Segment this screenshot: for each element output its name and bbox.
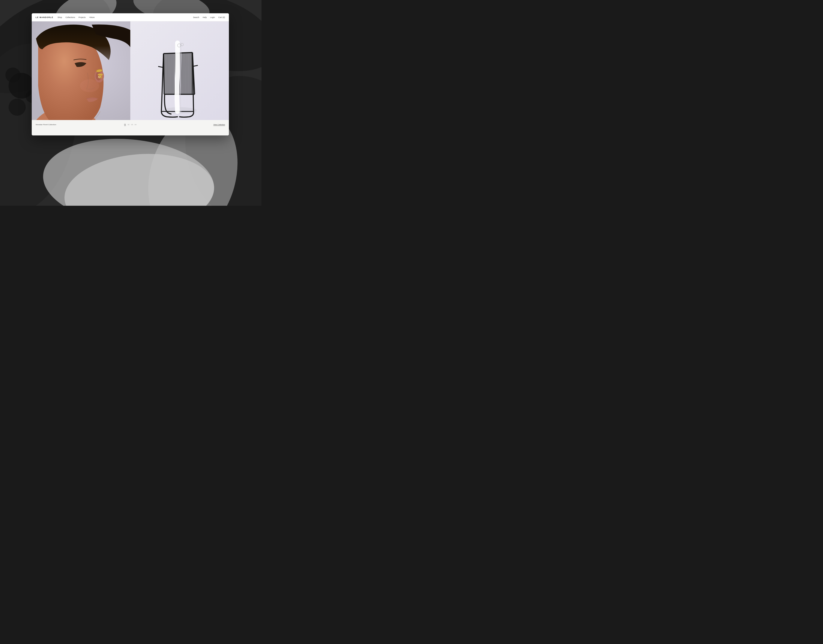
- hero-section: [32, 21, 229, 120]
- slide-indicator-3[interactable]: 03: [131, 124, 133, 126]
- hero-image-left: [32, 21, 130, 120]
- svg-point-24: [98, 77, 100, 78]
- footer-space: [32, 129, 229, 135]
- brand-logo: LE MANDORLE: [35, 16, 54, 18]
- bottom-bar: Venutian Floret Collection 01 02 03 04 V…: [32, 120, 229, 129]
- slide-indicator-4[interactable]: 04: [135, 124, 136, 126]
- login-link[interactable]: Login: [210, 16, 215, 18]
- slide-indicators: 01 02 03 04: [124, 123, 136, 126]
- svg-point-22: [98, 74, 103, 76]
- slide-indicator-2[interactable]: 02: [128, 124, 129, 126]
- hero-image-right: [130, 21, 229, 120]
- navbar-left: LE MANDORLE Shop Collections Projects +M…: [35, 16, 95, 18]
- svg-point-26: [100, 77, 100, 78]
- collection-title: Venutian Floret Collection: [35, 124, 56, 126]
- view-collection-link[interactable]: View Collection: [213, 124, 225, 126]
- nav-links-left: Shop Collections Projects +More: [58, 16, 95, 18]
- site-card: LE MANDORLE Shop Collections Projects +M…: [32, 13, 229, 135]
- slide-indicator-1[interactable]: 01: [124, 123, 126, 126]
- svg-point-9: [9, 98, 26, 116]
- svg-point-25: [100, 76, 101, 77]
- shop-link[interactable]: Shop: [58, 16, 62, 18]
- more-link[interactable]: +More: [89, 16, 95, 18]
- svg-point-11: [5, 67, 20, 83]
- help-link[interactable]: Help: [203, 16, 207, 18]
- search-link[interactable]: Search: [193, 16, 199, 18]
- cart-link[interactable]: Cart (0): [218, 16, 225, 18]
- svg-point-27: [80, 79, 99, 92]
- navbar-right: Search Help Login Cart (0): [193, 16, 225, 18]
- projects-link[interactable]: Projects: [78, 16, 86, 18]
- navbar: LE MANDORLE Shop Collections Projects +M…: [32, 13, 229, 21]
- collections-link[interactable]: Collections: [66, 16, 75, 18]
